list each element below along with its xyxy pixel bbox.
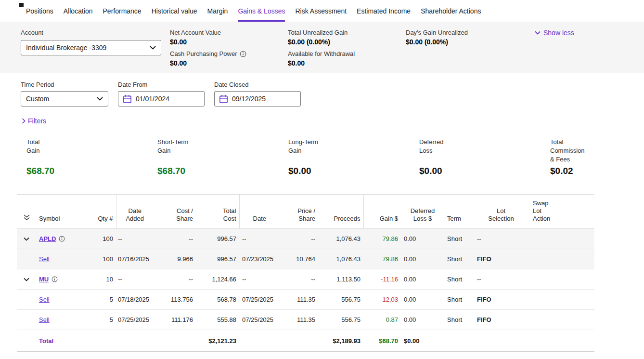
stat-value: $0.02 xyxy=(550,166,573,176)
gains-losses-table: Symbol Qty # Date Added Cost / Share Tot… xyxy=(17,194,594,352)
cell-deferred-loss: 0.00 xyxy=(401,290,444,310)
header-swap-lot-action[interactable]: Swap Lot Action xyxy=(530,195,594,229)
date-from-input[interactable]: 01/01/2024 xyxy=(118,91,205,106)
net-account-value-label: Net Account Value xyxy=(170,29,246,36)
symbol-link[interactable]: APLD xyxy=(39,235,56,242)
table-row-apld-sell: Sell 100 07/16/2025 9.966 996.57 07/23/2… xyxy=(17,249,594,269)
date-from-value: 01/01/2024 xyxy=(136,95,169,103)
header-total-cost[interactable]: Total Cost xyxy=(196,195,239,229)
tab-risk-assessment[interactable]: Risk Assessment xyxy=(295,0,347,22)
header-qty[interactable]: Qty # xyxy=(89,195,116,229)
cell-qty: 5 xyxy=(89,310,116,330)
stat-deferred-loss: Deferred Loss $0.00 xyxy=(419,138,550,176)
filters-link[interactable]: Filters xyxy=(22,117,46,125)
date-from-field: Date From 01/01/2024 xyxy=(118,81,205,106)
sell-link[interactable]: Sell xyxy=(39,255,50,263)
cash-purchasing-power: $0.00 xyxy=(170,59,246,67)
cell-qty: 100 xyxy=(89,249,116,269)
cell-swap-lot-action xyxy=(530,290,594,310)
header-price-share[interactable]: Price / Share xyxy=(280,195,318,229)
account-dropdown-value: Individual Brokerage -3309 xyxy=(26,44,106,52)
header-cost-share[interactable]: Cost / Share xyxy=(154,195,196,229)
date-closed-field: Date Closed 09/12/2025 xyxy=(214,81,301,106)
show-less-link[interactable]: Show less xyxy=(535,29,574,37)
cell-proceeds: 1,113.50 xyxy=(318,269,363,290)
total-cost-value: $2,121.23 xyxy=(196,330,239,352)
filter-row: Time Period Custom Date From 01/01/2024 … xyxy=(0,73,644,106)
calendar-icon[interactable] xyxy=(123,94,132,104)
cell-qty: 100 xyxy=(89,229,116,249)
chevron-down-icon xyxy=(150,46,156,50)
table-row-mu-sell-1: Sell 5 07/18/2025 113.756 568.78 07/25/2… xyxy=(17,290,594,310)
table-header-row: Symbol Qty # Date Added Cost / Share Tot… xyxy=(17,195,594,229)
cell-cost-share: -- xyxy=(154,229,196,249)
header-deferred-loss[interactable]: Deferred Loss $ xyxy=(401,195,444,229)
tab-allocation[interactable]: Allocation xyxy=(64,0,93,22)
calendar-icon[interactable] xyxy=(219,94,228,104)
cell-gain: 79.86 xyxy=(363,249,401,269)
tab-gains-and-losses[interactable]: Gains & Losses xyxy=(238,0,285,22)
cell-proceeds: 556.75 xyxy=(318,290,363,310)
total-gain-value: $68.70 xyxy=(363,330,401,352)
header-term[interactable]: Term xyxy=(444,195,472,229)
cell-lot-selection: FIFO xyxy=(472,249,530,269)
stat-label: Short-Term Gain xyxy=(157,138,288,166)
tab-shareholder-actions[interactable]: Shareholder Actions xyxy=(421,0,481,22)
chevron-down-icon xyxy=(97,97,103,101)
expand-chevron-icon[interactable] xyxy=(24,278,29,281)
info-icon[interactable] xyxy=(240,51,246,57)
tab-performance[interactable]: Performance xyxy=(103,0,142,22)
cell-cost-share: -- xyxy=(154,269,196,290)
cell-lot-selection: -- xyxy=(472,229,530,249)
stat-value: $0.00 xyxy=(288,166,311,176)
metric-column-2: Total Unrealized Gain $0.00 (0.00%) Avai… xyxy=(288,29,355,67)
time-period-field: Time Period Custom xyxy=(21,81,108,106)
sell-link[interactable]: Sell xyxy=(39,296,50,303)
net-account-value: $0.00 xyxy=(170,38,246,46)
header-date[interactable]: Date xyxy=(239,195,280,229)
cell-price-share: -- xyxy=(280,269,318,290)
gains-summary-row: Total Gain $68.70 Short-Term Gain $68.70… xyxy=(0,138,644,176)
time-period-label: Time Period xyxy=(21,81,108,88)
date-closed-input[interactable]: 09/12/2025 xyxy=(214,91,301,106)
stat-label: Deferred Loss xyxy=(419,138,550,166)
header-gain[interactable]: Gain $ xyxy=(363,195,401,229)
header-date-added[interactable]: Date Added xyxy=(116,195,154,229)
tab-positions[interactable]: Positions xyxy=(26,0,53,22)
cell-term: Short xyxy=(444,290,472,310)
tab-estimated-income[interactable]: Estimated Income xyxy=(357,0,411,22)
cell-date-added: -- xyxy=(116,269,154,290)
cell-deferred-loss: 0.00 xyxy=(401,269,444,290)
table-row-mu: MU 10 -- -- 1,124.66 -- -- 1,113.50 -11.… xyxy=(17,269,594,290)
account-dropdown[interactable]: Individual Brokerage -3309 xyxy=(21,40,161,55)
stat-value: $68.70 xyxy=(26,166,54,176)
tab-historical-value[interactable]: Historical value xyxy=(152,0,197,22)
cell-gain: 79.86 xyxy=(363,229,401,249)
tab-margin[interactable]: Margin xyxy=(207,0,228,22)
sell-link[interactable]: Sell xyxy=(39,316,50,323)
cell-price-share: 10.764 xyxy=(280,249,318,269)
cell-cost-share: 111.176 xyxy=(154,310,196,330)
symbol-link[interactable]: MU xyxy=(39,276,49,283)
cell-total-cost: 996.57 xyxy=(196,229,239,249)
expand-chevron-icon[interactable] xyxy=(24,237,29,241)
date-from-label: Date From xyxy=(118,81,205,88)
days-gain-unrealized-label: Day's Gain Unrealized xyxy=(406,29,468,36)
cell-swap-lot-action xyxy=(530,249,594,269)
chevron-right-icon xyxy=(22,118,26,124)
cell-term: Short xyxy=(444,229,472,249)
cell-term: Short xyxy=(444,249,472,269)
header-lot-selection[interactable]: Lot Selection xyxy=(472,195,530,229)
time-period-value: Custom xyxy=(26,95,49,103)
cell-proceeds: 1,076.43 xyxy=(318,229,363,249)
account-label: Account xyxy=(21,29,161,36)
cell-lot-selection: FIFO xyxy=(472,310,530,330)
collapse-all-icon[interactable] xyxy=(23,214,30,221)
available-for-withdrawal-label: Available for Withdrawal xyxy=(288,50,355,57)
header-symbol[interactable]: Symbol xyxy=(36,195,89,229)
time-period-dropdown[interactable]: Custom xyxy=(21,91,108,106)
info-icon[interactable] xyxy=(59,236,65,242)
info-icon[interactable] xyxy=(52,276,58,282)
header-proceeds[interactable]: Proceeds xyxy=(318,195,363,229)
metric-column-1: Net Account Value $0.00 Cash Purchasing … xyxy=(170,29,246,67)
